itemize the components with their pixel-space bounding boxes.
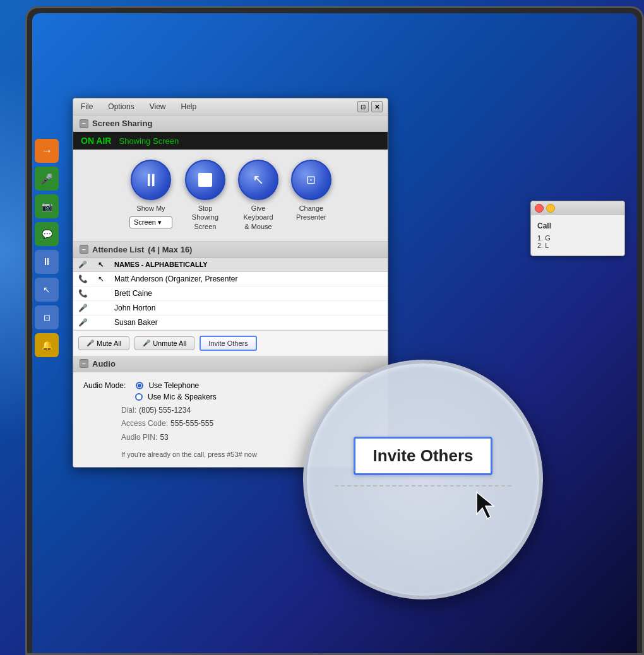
- presenter-label: ChangePresenter: [296, 204, 326, 222]
- attendee-phone-icon: 📞: [73, 271, 93, 286]
- menu-options[interactable]: Options: [105, 101, 136, 112]
- keyboard-label: GiveKeyboard& Mouse: [243, 204, 273, 231]
- dial-label: Dial:: [121, 404, 136, 418]
- presenter-icon: ⊡: [306, 173, 316, 187]
- title-controls: ⊡ ✕: [357, 101, 383, 112]
- col-name-header: NAMES - ALPHABETICALLY: [109, 258, 388, 272]
- attendee-mic-muted-icon: 🎤: [73, 315, 93, 329]
- attendee-phone-icon: 📞: [73, 286, 93, 300]
- mini-body: Call 1. G 2. L: [531, 215, 624, 256]
- title-bar: File Options View Help ⊡ ✕: [73, 98, 388, 115]
- pin-value: 53: [160, 431, 168, 445]
- svg-marker-0: [477, 492, 494, 519]
- collapse-attendee[interactable]: −: [80, 245, 88, 254]
- stop-label: StopShowingScreen: [192, 204, 218, 231]
- mini-item-2: 2. L: [537, 242, 618, 249]
- attendee-cursor-icon: ↖: [93, 271, 109, 286]
- mini-window: Call 1. G 2. L: [530, 201, 625, 256]
- audio-title: Audio: [92, 359, 116, 369]
- menu-help[interactable]: Help: [179, 101, 200, 112]
- cursor-icon: ↖: [253, 172, 264, 188]
- radio-telephone[interactable]: [136, 382, 143, 389]
- attendee-mic-icon: 🎤: [73, 300, 93, 315]
- sidebar-btn-camera[interactable]: 📷: [35, 194, 59, 218]
- close-button[interactable]: ✕: [371, 101, 383, 112]
- stop-button[interactable]: [185, 160, 225, 200]
- invite-others-button-small[interactable]: Invite Others: [200, 336, 256, 351]
- mini-minimize-button[interactable]: [546, 204, 555, 213]
- pause-button[interactable]: ⏸: [131, 160, 171, 200]
- share-icon: ⊡: [44, 313, 51, 322]
- telephone-label: Use Telephone: [148, 381, 199, 390]
- attendee-cursor-icon: [93, 315, 109, 329]
- access-code-label: Access Code:: [121, 417, 168, 431]
- presenter-button[interactable]: ⊡: [291, 160, 331, 200]
- screen-sharing-header: − Screen Sharing: [73, 115, 388, 132]
- radio-mic-speakers[interactable]: [135, 393, 143, 401]
- table-row: 📞 Brett Caine: [73, 286, 388, 300]
- restore-button[interactable]: ⊡: [357, 101, 369, 112]
- table-row: 📞 ↖ Matt Anderson (Organizer, Presenter: [73, 271, 388, 286]
- dotted-divider: [335, 485, 511, 487]
- attendee-actions: 🎤 Mute All 🎤 Unmute All Invite Others: [73, 330, 388, 356]
- keyboard-button[interactable]: ↖: [238, 160, 278, 200]
- pause-icon-ctrl: ⏸: [142, 170, 160, 191]
- on-air-bar: ON AIR Showing Screen: [73, 132, 388, 150]
- attendee-table: 🎤 ↖ NAMES - ALPHABETICALLY 📞 ↖ Matt Ande…: [73, 258, 388, 330]
- attendee-list-header: − Attendee List (4 | Max 16): [73, 242, 388, 258]
- collapse-audio[interactable]: −: [80, 359, 88, 368]
- sidebar-btn-chat[interactable]: 💬: [35, 222, 59, 246]
- sidebar-btn-pause[interactable]: ⏸: [35, 250, 59, 274]
- zoom-circle: Invite Others: [303, 360, 543, 599]
- zoom-content: Invite Others: [335, 437, 511, 523]
- audio-mode-row: Audio Mode: Use Telephone: [83, 381, 378, 390]
- mini-title-text: Call: [537, 221, 618, 230]
- stop-icon: [198, 173, 212, 187]
- sidebar-btn-forward[interactable]: →: [35, 139, 59, 163]
- audio-mode-label: Audio Mode:: [83, 381, 126, 390]
- sidebar: → 🎤 📷 💬 ⏸ ↖ ⊡ 🔔: [35, 139, 61, 357]
- sidebar-btn-pointer[interactable]: ↖: [35, 278, 59, 302]
- show-my-label: Show My: [136, 204, 165, 213]
- unmute-all-button[interactable]: 🎤 Unmute All: [134, 336, 194, 350]
- sidebar-btn-notify[interactable]: 🔔: [35, 333, 59, 357]
- on-air-badge: ON AIR: [81, 136, 111, 146]
- presenter-control[interactable]: ⊡ ChangePresenter: [291, 160, 331, 222]
- mini-title-bar: [531, 201, 624, 215]
- attendee-name: Susan Baker: [109, 315, 388, 329]
- pin-label: Audio PIN:: [121, 431, 157, 445]
- mini-close-button[interactable]: [535, 204, 544, 213]
- chat-icon: 💬: [42, 229, 52, 239]
- menu-view[interactable]: View: [147, 101, 169, 112]
- dial-value: (805) 555-1234: [139, 404, 191, 418]
- access-code-value: 555-555-555: [170, 417, 213, 431]
- sidebar-btn-share[interactable]: ⊡: [35, 305, 59, 329]
- mute-all-button[interactable]: 🎤 Mute All: [78, 336, 129, 350]
- unmute-icon: 🎤: [143, 339, 150, 346]
- camera-icon: 📷: [42, 201, 52, 211]
- mini-item-1: 1. G: [537, 234, 618, 242]
- menu-file[interactable]: File: [78, 101, 95, 112]
- mic-icon: 🎤: [40, 173, 53, 185]
- table-row: 🎤 Susan Baker: [73, 315, 388, 329]
- screen-dropdown[interactable]: Screen ▾: [129, 216, 172, 228]
- invite-others-button-zoom[interactable]: Invite Others: [354, 437, 493, 475]
- collapse-screen-sharing[interactable]: −: [80, 119, 88, 128]
- audio-section-header: − Audio: [73, 356, 388, 372]
- menu-bar: File Options View Help: [78, 101, 199, 112]
- attendee-name: Brett Caine: [109, 286, 388, 300]
- stop-control[interactable]: StopShowingScreen: [185, 160, 225, 231]
- table-row: 🎤 John Horton: [73, 300, 388, 315]
- notify-icon: 🔔: [42, 340, 52, 350]
- forward-icon: →: [41, 145, 52, 158]
- attendee-count: (4 | Max 16): [148, 245, 192, 254]
- col-mic-header: 🎤: [73, 258, 93, 272]
- col-cursor-header: ↖: [93, 258, 109, 272]
- controls-area: ⏸ Show My Screen ▾ StopShowingScreen ↖ G…: [73, 150, 388, 242]
- attendee-cursor-icon: [93, 286, 109, 300]
- sidebar-btn-mic[interactable]: 🎤: [35, 167, 59, 191]
- keyboard-control[interactable]: ↖ GiveKeyboard& Mouse: [238, 160, 278, 231]
- pause-control[interactable]: ⏸ Show My Screen ▾: [129, 160, 172, 228]
- attendee-name: Matt Anderson (Organizer, Presenter: [109, 271, 388, 286]
- showing-screen-text: Showing Screen: [119, 136, 179, 146]
